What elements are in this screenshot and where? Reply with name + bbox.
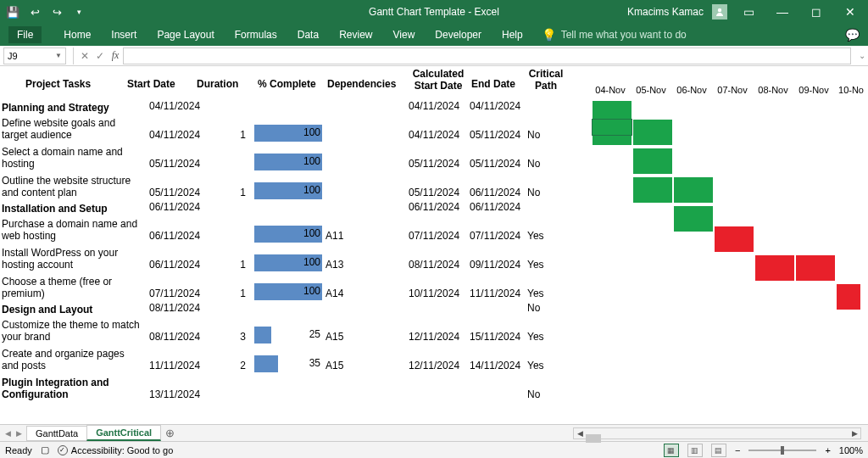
user-avatar-icon[interactable] [712,4,727,20]
percent-complete-bar[interactable]: 100 [254,254,322,271]
percent-complete-bar[interactable]: 100 [254,283,322,300]
cell-start-date[interactable]: 13/11/2024 [149,388,207,400]
view-page-break-icon[interactable]: ▤ [711,444,726,457]
cell-calc-start[interactable]: 08/11/2024 [409,259,476,271]
cell-calc-start[interactable]: 05/11/2024 [409,158,476,170]
percent-complete-bar[interactable]: 100 [254,125,322,142]
enter-formula-icon[interactable]: ✓ [92,50,108,62]
user-name[interactable]: Kmacims Kamac [627,6,704,18]
cell-calc-start[interactable]: 06/11/2024 [409,201,476,213]
tab-file[interactable]: File [8,26,42,43]
percent-complete-bar[interactable]: 100 [254,182,322,199]
cell-task[interactable]: Design and Layout [2,304,141,316]
gantt-cell-on-track[interactable] [673,176,714,204]
table-row[interactable]: Installation and Setup06/11/202406/11/20… [0,201,868,215]
cell-calc-start[interactable]: 10/11/2024 [409,288,476,299]
gantt-cell-on-track[interactable] [673,205,714,232]
cell-start-date[interactable]: 06/11/2024 [149,201,207,213]
cell-task[interactable]: Create and organize pages and posts [2,348,141,371]
cell-critical[interactable]: Yes [527,360,561,371]
cell-task[interactable]: Install WordPress on your hosting accoun… [2,247,141,271]
cell-critical[interactable]: Yes [527,331,561,343]
cell-task[interactable]: Outline the website structure and conten… [2,175,141,198]
cell-calc-start[interactable]: 12/11/2024 [409,331,476,343]
cell-critical[interactable]: No [527,302,561,314]
cell-start-date[interactable]: 08/11/2024 [149,302,207,314]
cell-critical[interactable]: No [527,388,561,400]
tab-review[interactable]: Review [337,26,374,43]
new-sheet-button[interactable]: ⊕ [161,427,178,439]
percent-complete-bar[interactable]: 25 [254,327,322,344]
formula-input[interactable] [123,47,851,64]
undo-icon[interactable]: ↩ [27,6,42,19]
cell-start-date[interactable]: 07/11/2024 [149,288,207,299]
name-box-dropdown-icon[interactable]: ▼ [55,52,62,59]
zoom-slider[interactable] [748,450,816,451]
maximize-icon[interactable]: ◻ [804,5,829,19]
gantt-cell-on-track[interactable] [632,176,673,204]
cell-start-date[interactable]: 06/11/2024 [149,259,207,271]
tab-insert[interactable]: Insert [109,26,138,43]
minimize-icon[interactable]: — [770,5,795,19]
cell-task[interactable]: Planning and Strategy [2,102,141,114]
percent-complete-bar[interactable]: 35 [254,355,322,372]
percent-complete-bar[interactable]: 100 [254,226,322,243]
tab-home[interactable]: Home [62,26,92,43]
redo-icon[interactable]: ↪ [49,6,64,19]
gantt-cell-on-track[interactable] [632,148,673,175]
cell-critical[interactable]: Yes [527,288,561,299]
cell-critical[interactable]: Yes [527,259,561,271]
cell-dependencies[interactable]: A15 [326,331,376,343]
cell-critical[interactable]: No [527,129,561,141]
cell-duration[interactable]: 1 [214,129,249,141]
save-icon[interactable]: 💾 [5,6,20,19]
cell-start-date[interactable]: 05/11/2024 [149,187,207,198]
gantt-cell-critical[interactable] [714,226,754,253]
cell-duration[interactable]: 1 [214,288,249,299]
table-row[interactable]: Select a domain name and hosting05/11/20… [0,143,868,172]
ribbon-display-icon[interactable]: ▭ [736,5,761,19]
cell-start-date[interactable]: 06/11/2024 [149,230,207,242]
cell-task[interactable]: Select a domain name and hosting [2,146,141,170]
tab-data[interactable]: Data [296,26,320,43]
cell-dependencies[interactable]: A13 [326,259,376,271]
percent-complete-bar[interactable]: 100 [254,154,322,170]
cell-start-date[interactable]: 11/11/2024 [149,360,207,371]
close-icon[interactable]: ✕ [837,5,863,19]
cell-task[interactable]: Define website goals and target audience [2,117,141,141]
zoom-thumb[interactable] [781,446,784,455]
table-row[interactable]: Choose a theme (free or premium)07/11/20… [0,273,868,302]
tab-help[interactable]: Help [500,26,525,43]
table-row[interactable]: Outline the website structure and conten… [0,172,868,201]
cell-start-date[interactable]: 05/11/2024 [149,158,207,170]
cell-calc-start[interactable]: 05/11/2024 [409,187,476,198]
next-sheet-icon[interactable]: ▶ [16,429,22,438]
tab-formulas[interactable]: Formulas [233,26,279,43]
gantt-cell-critical[interactable] [795,254,836,282]
expand-formula-bar-icon[interactable]: ⌄ [856,51,868,60]
table-row[interactable]: Customize the theme to match your brand0… [0,316,868,345]
table-row[interactable]: Planning and Strategy04/11/202404/11/202… [0,100,868,114]
cell-start-date[interactable]: 04/11/2024 [149,100,207,112]
name-box[interactable]: J9 ▼ [3,47,66,64]
cell-dependencies[interactable]: A11 [326,230,376,242]
table-row[interactable]: Plugin Integration and Configuration13/1… [0,374,868,403]
cell-duration[interactable]: 2 [214,360,249,371]
cell-dependencies[interactable]: A14 [326,288,376,299]
cell-task[interactable]: Installation and Setup [2,203,141,215]
cell-duration[interactable]: 3 [214,331,249,343]
gantt-cell-critical[interactable] [836,283,861,310]
worksheet-grid[interactable]: Project Tasks Start Date Duration % Comp… [0,66,868,424]
cell-critical[interactable]: No [527,158,561,170]
cell-calc-start[interactable]: 07/11/2024 [409,230,476,242]
cell-critical[interactable]: No [527,187,561,198]
table-row[interactable]: Design and Layout08/11/2024No [0,302,868,316]
zoom-level[interactable]: 100% [839,445,863,455]
macro-record-icon[interactable]: ▢ [41,444,49,455]
cell-end-date[interactable]: 04/11/2024 [470,100,537,112]
cell-duration[interactable]: 1 [214,187,249,198]
scroll-right-icon[interactable]: ▶ [849,429,860,438]
horizontal-scrollbar[interactable]: ◀ ▶ [573,427,861,439]
cell-calc-start[interactable]: 12/11/2024 [409,360,476,371]
sheet-tab-ganttcritical[interactable]: GanttCritical [86,425,161,441]
